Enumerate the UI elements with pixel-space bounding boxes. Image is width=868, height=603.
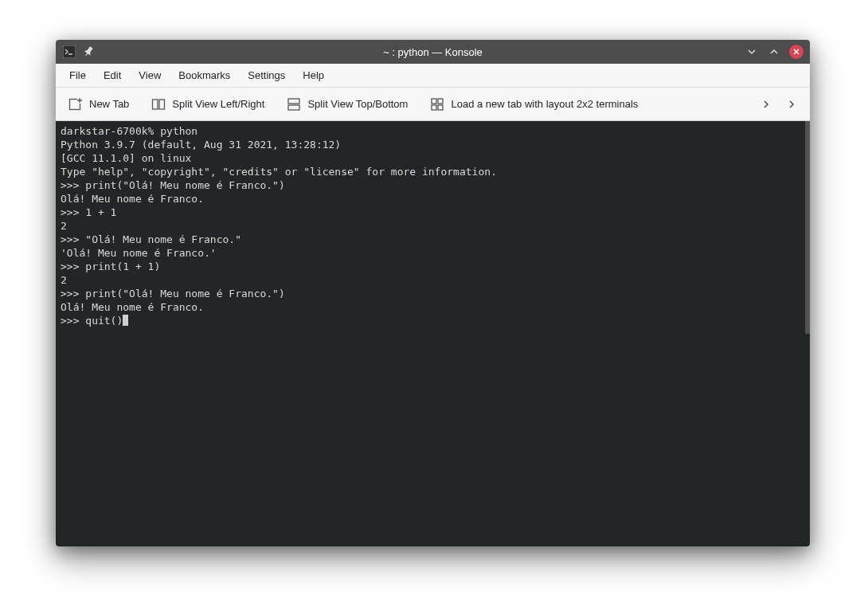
- new-tab-button[interactable]: New Tab: [62, 92, 135, 116]
- app-terminal-icon: [62, 45, 76, 59]
- split-tb-label: Split View Top/Bottom: [307, 98, 408, 110]
- terminal-line: Olá! Meu nome é Franco.: [61, 192, 805, 206]
- terminal-line: [GCC 11.1.0] on linux: [61, 151, 805, 165]
- menu-edit[interactable]: Edit: [95, 65, 130, 86]
- split-lr-icon: [151, 97, 166, 112]
- menu-view[interactable]: View: [130, 65, 170, 86]
- terminal-line: >>> "Olá! Meu nome é Franco.": [61, 233, 805, 246]
- cursor: [123, 315, 128, 326]
- minimize-button[interactable]: [745, 45, 759, 59]
- toolbar-overflow-controls: [759, 97, 803, 112]
- split-top-bottom-button[interactable]: Split View Top/Bottom: [280, 92, 414, 116]
- terminal-line: >>> print("Olá! Meu nome é Franco."): [61, 287, 805, 300]
- svg-rect-8: [288, 99, 299, 104]
- load-layout-button[interactable]: Load a new tab with layout 2x2 terminals: [424, 92, 644, 116]
- svg-rect-10: [432, 99, 436, 104]
- terminal-line: >>> 1 + 1: [61, 206, 805, 219]
- layout-2x2-icon: [430, 97, 444, 112]
- svg-rect-0: [63, 45, 76, 58]
- menu-file[interactable]: File: [61, 65, 95, 86]
- svg-rect-12: [432, 105, 436, 110]
- terminal-content: darkstar-6700k% pythonPython 3.9.7 (defa…: [61, 124, 805, 327]
- terminal-line: 'Olá! Meu nome é Franco.': [61, 246, 805, 260]
- scrollbar-thumb[interactable]: [805, 121, 810, 334]
- terminal-line: Python 3.9.7 (default, Aug 31 2021, 13:2…: [61, 138, 805, 151]
- terminal-line: 2: [61, 273, 805, 287]
- svg-rect-13: [438, 105, 443, 110]
- maximize-button[interactable]: [767, 45, 781, 59]
- toolbar: New Tab Split View Left/Right Split View…: [56, 88, 810, 121]
- terminal-line: Olá! Meu nome é Franco.: [61, 300, 805, 314]
- menu-settings[interactable]: Settings: [239, 65, 294, 86]
- split-tb-icon: [287, 97, 301, 112]
- menubar: File Edit View Bookmarks Settings Help: [56, 64, 810, 88]
- terminal-line: Type "help", "copyright", "credits" or "…: [61, 165, 805, 178]
- menu-help[interactable]: Help: [294, 65, 333, 86]
- svg-rect-7: [159, 100, 165, 109]
- chevron-right-icon[interactable]: [784, 97, 799, 112]
- svg-rect-9: [288, 105, 299, 110]
- terminal-line: >>> quit(): [61, 314, 805, 327]
- window-controls: [745, 45, 803, 59]
- titlebar[interactable]: ~ : python — Konsole: [56, 40, 810, 64]
- pin-icon[interactable]: [81, 45, 96, 59]
- new-tab-icon: [68, 97, 83, 112]
- terminal-line: 2: [61, 219, 805, 233]
- window-title: ~ : python — Konsole: [56, 46, 810, 58]
- split-left-right-button[interactable]: Split View Left/Right: [145, 92, 271, 116]
- close-button[interactable]: [789, 45, 803, 59]
- titlebar-left-icons: [62, 45, 96, 59]
- split-lr-label: Split View Left/Right: [172, 98, 264, 110]
- terminal-pane[interactable]: darkstar-6700k% pythonPython 3.9.7 (defa…: [56, 121, 810, 546]
- load-layout-label: Load a new tab with layout 2x2 terminals: [451, 98, 638, 110]
- terminal-line: darkstar-6700k% python: [61, 124, 805, 138]
- svg-rect-11: [438, 99, 443, 104]
- terminal-line: >>> print(1 + 1): [61, 260, 805, 273]
- svg-rect-6: [153, 100, 158, 109]
- application-window: ~ : python — Konsole File Edit View Book…: [56, 40, 810, 546]
- terminal-line: >>> print("Olá! Meu nome é Franco."): [61, 178, 805, 192]
- chevron-right-icon[interactable]: [759, 97, 773, 112]
- new-tab-label: New Tab: [89, 98, 129, 110]
- menu-bookmarks[interactable]: Bookmarks: [170, 65, 239, 86]
